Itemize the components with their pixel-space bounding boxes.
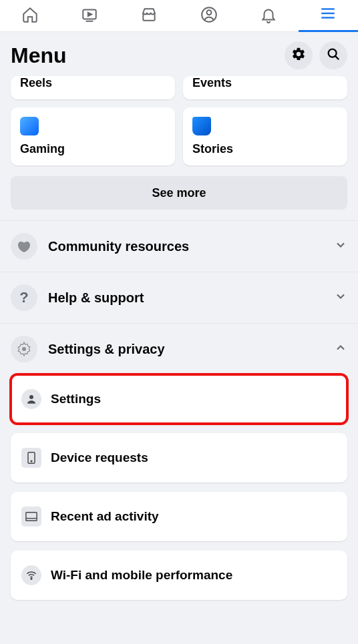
person-icon [21, 389, 41, 409]
tab-marketplace[interactable] [120, 0, 179, 32]
svg-point-15 [31, 578, 32, 579]
gaming-icon [20, 117, 39, 135]
svg-point-9 [22, 347, 26, 351]
profile-icon [200, 6, 218, 26]
section-settings-privacy[interactable]: Settings & privacy [0, 323, 358, 374]
gear-icon [291, 47, 306, 64]
bell-icon [260, 6, 277, 26]
section-label: Settings & privacy [48, 342, 334, 357]
chevron-down-icon [334, 290, 347, 306]
device-requests-item[interactable]: Device requests [11, 433, 347, 482]
chevron-down-icon [334, 238, 347, 254]
home-icon [21, 6, 39, 26]
settings-gear-button[interactable] [285, 41, 313, 69]
gear-icon [11, 336, 37, 362]
page-title: Menu [11, 43, 278, 68]
shortcut-reels[interactable]: Reels [11, 76, 175, 99]
shortcut-stories[interactable]: Stories [183, 107, 347, 166]
section-label: Community resources [48, 239, 334, 254]
play-tv-icon [81, 6, 98, 26]
svg-point-3 [206, 10, 211, 15]
shortcut-label: Reels [20, 76, 166, 90]
shortcuts-grid: Reels Events Gaming Stories [0, 76, 358, 166]
ad-icon [21, 507, 41, 527]
handshake-icon [11, 233, 37, 260]
tab-notifications[interactable] [238, 0, 298, 32]
settings-item[interactable]: Settings [11, 374, 347, 424]
see-more-button[interactable]: See more [11, 176, 347, 210]
tab-watch[interactable] [59, 0, 119, 32]
item-label: Recent ad activity [51, 509, 159, 524]
wifi-mobile-performance-item[interactable]: Wi-Fi and mobile performance [11, 551, 347, 600]
shortcut-gaming[interactable]: Gaming [11, 107, 175, 166]
tab-profile[interactable] [179, 0, 238, 32]
svg-point-7 [329, 49, 337, 57]
tab-menu[interactable] [299, 0, 358, 32]
item-label: Device requests [51, 450, 148, 465]
section-label: Help & support [48, 290, 334, 306]
svg-point-12 [31, 460, 32, 462]
search-button[interactable] [319, 41, 347, 69]
item-label: Settings [51, 392, 101, 406]
section-community-resources[interactable]: Community resources [0, 220, 358, 272]
phone-icon [21, 448, 41, 468]
hamburger-icon [319, 5, 337, 25]
see-more-label: See more [152, 186, 206, 200]
shortcut-events[interactable]: Events [183, 76, 347, 99]
marketplace-icon [140, 6, 158, 26]
stories-icon [192, 117, 211, 135]
wifi-icon [21, 565, 41, 585]
search-icon [326, 47, 341, 64]
section-help-support[interactable]: ? Help & support [0, 272, 358, 323]
tab-home[interactable] [0, 0, 59, 32]
top-tab-bar [0, 0, 358, 32]
question-icon: ? [11, 284, 37, 311]
item-label: Wi-Fi and mobile performance [51, 568, 232, 583]
svg-rect-13 [26, 513, 37, 521]
settings-privacy-items: Settings Device requests Recent ad activ… [0, 374, 358, 623]
menu-header: Menu [0, 32, 358, 76]
svg-line-8 [335, 56, 339, 59]
chevron-up-icon [334, 341, 347, 357]
shortcut-label: Stories [192, 142, 338, 156]
shortcut-label: Events [192, 76, 338, 90]
recent-ad-activity-item[interactable]: Recent ad activity [11, 492, 347, 541]
shortcut-label: Gaming [20, 142, 166, 156]
svg-point-10 [29, 395, 33, 399]
